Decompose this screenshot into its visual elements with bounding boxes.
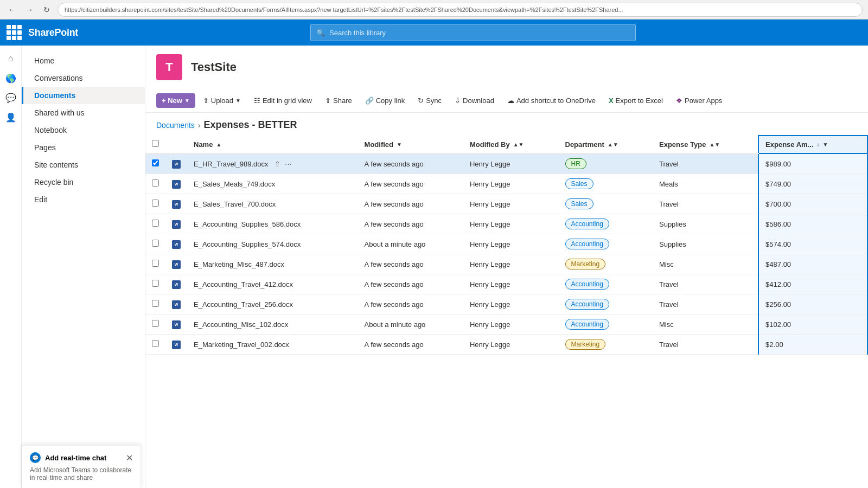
- back-button[interactable]: ←: [5, 3, 18, 16]
- row-name-cell[interactable]: E_HR_Travel_989.docx ⇧ ⋯: [187, 153, 358, 174]
- table-row[interactable]: W E_Accounting_Travel_256.docx A few sec…: [145, 294, 867, 314]
- new-button[interactable]: + New ▼: [156, 93, 195, 108]
- row-expamt-cell: $586.00: [758, 214, 867, 234]
- edit-grid-button[interactable]: ☷ Edit in grid view: [248, 93, 317, 108]
- person-icon-btn[interactable]: 👤: [2, 108, 20, 126]
- row-dept-cell: Accounting: [559, 294, 653, 314]
- globe-icon-btn[interactable]: 🌎: [2, 69, 20, 87]
- sidebar-item-pages[interactable]: Pages: [22, 139, 145, 156]
- row-expamt-cell: $256.00: [758, 294, 867, 314]
- waffle-dot: [7, 36, 11, 40]
- sidebar-item-shared[interactable]: Shared with us: [22, 104, 145, 121]
- row-name-cell[interactable]: E_Marketing_Misc_487.docx: [187, 254, 358, 274]
- col-expamt-header[interactable]: Expense Am... ↓ ▼: [758, 136, 867, 153]
- row-dept-cell: Marketing: [559, 335, 653, 355]
- row-name-cell[interactable]: E_Sales_Meals_749.docx: [187, 174, 358, 194]
- row-modified-cell: About a minute ago: [358, 314, 463, 335]
- table-row[interactable]: W E_Accounting_Supplies_586.docx A few s…: [145, 214, 867, 234]
- share-button[interactable]: ⇧ Share: [320, 93, 358, 108]
- col-name-header[interactable]: Name ▲: [187, 136, 358, 153]
- row-checkbox-cell: [145, 294, 165, 314]
- row-checkbox[interactable]: [152, 320, 159, 327]
- row-checkbox[interactable]: [152, 200, 159, 207]
- onedrive-icon: ☁: [507, 97, 514, 105]
- search-bar[interactable]: 🔍 Search this library: [310, 24, 636, 41]
- sidebar-item-edit[interactable]: Edit: [22, 191, 145, 208]
- sidebar-item-recycle[interactable]: Recycle bin: [22, 174, 145, 191]
- chat-description: Add Microsoft Teams to collaborate in re…: [30, 466, 133, 481]
- sidebar-item-documents[interactable]: Documents: [22, 87, 145, 104]
- table-row[interactable]: W E_Sales_Travel_700.docx A few seconds …: [145, 194, 867, 214]
- forward-button[interactable]: →: [23, 3, 36, 16]
- row-modifiedby-cell: Henry Legge: [463, 294, 559, 314]
- sidebar-item-notebook[interactable]: Notebook: [22, 121, 145, 139]
- chat-close-button[interactable]: ✕: [126, 453, 133, 463]
- breadcrumb-current: Expenses - BETTER: [203, 119, 297, 131]
- row-checkbox[interactable]: [152, 300, 159, 307]
- row-name-cell[interactable]: E_Accounting_Travel_256.docx: [187, 294, 358, 314]
- upload-button-label: Upload: [211, 97, 233, 105]
- table-row[interactable]: W E_Accounting_Supplies_574.docx About a…: [145, 234, 867, 254]
- row-name-cell[interactable]: E_Accounting_Supplies_574.docx: [187, 234, 358, 254]
- sort-icon: ▲▼: [709, 142, 720, 147]
- table-row[interactable]: W E_HR_Travel_989.docx ⇧ ⋯ A few seconds…: [145, 153, 867, 174]
- table-row[interactable]: W E_Marketing_Travel_002.docx A few seco…: [145, 335, 867, 355]
- waffle-menu[interactable]: [7, 25, 22, 40]
- copy-link-label: Copy link: [376, 97, 405, 105]
- row-checkbox[interactable]: [152, 220, 159, 227]
- sync-button[interactable]: ↻ Sync: [412, 93, 447, 108]
- sidebar-item-site-contents[interactable]: Site contents: [22, 156, 145, 174]
- table-row[interactable]: W E_Accounting_Travel_412.docx A few sec…: [145, 274, 867, 294]
- word-file-icon: W: [172, 320, 181, 329]
- table-row[interactable]: W E_Accounting_Misc_102.docx About a min…: [145, 314, 867, 335]
- row-checkbox[interactable]: [152, 159, 159, 166]
- copy-link-button[interactable]: 🔗 Copy link: [360, 93, 410, 108]
- select-all-checkbox[interactable]: [152, 140, 159, 147]
- col-dept-header[interactable]: Department ▲▼: [559, 136, 653, 153]
- sort-icon: ▲▼: [513, 142, 524, 147]
- sidebar-item-conversations[interactable]: Conversations: [22, 69, 145, 87]
- exptype-value: Misc: [659, 260, 674, 268]
- row-name-cell[interactable]: E_Accounting_Misc_102.docx: [187, 314, 358, 335]
- edit-grid-label: Edit in grid view: [263, 97, 312, 105]
- row-name-cell[interactable]: E_Marketing_Travel_002.docx: [187, 335, 358, 355]
- row-checkbox[interactable]: [152, 280, 159, 287]
- url-bar[interactable]: https://citizenbuilders.sharepoint.com/s…: [58, 3, 863, 17]
- add-shortcut-button[interactable]: ☁ Add shortcut to OneDrive: [502, 93, 601, 108]
- power-apps-button[interactable]: ❖ Power Apps: [671, 93, 727, 108]
- table-row[interactable]: W E_Marketing_Misc_487.docx A few second…: [145, 254, 867, 274]
- row-checkbox[interactable]: [152, 260, 159, 267]
- file-name: E_Sales_Meals_749.docx: [194, 180, 275, 188]
- breadcrumb-parent[interactable]: Documents: [156, 121, 195, 130]
- home-icon-btn[interactable]: ⌂: [2, 50, 20, 67]
- row-name-cell[interactable]: E_Sales_Travel_700.docx: [187, 194, 358, 214]
- col-modified-header[interactable]: Modified ▼: [358, 136, 463, 153]
- row-name-cell[interactable]: E_Accounting_Travel_412.docx: [187, 274, 358, 294]
- col-modifiedby-header[interactable]: Modified By ▲▼: [463, 136, 559, 153]
- row-checkbox[interactable]: [152, 179, 159, 187]
- sidebar-item-home[interactable]: Home: [22, 52, 145, 69]
- modifiedby-value: Henry Legge: [470, 320, 510, 329]
- row-checkbox[interactable]: [152, 340, 159, 347]
- download-button[interactable]: ⇩ Download: [449, 93, 500, 108]
- word-file-icon: W: [172, 220, 181, 229]
- chevron-down-icon: ▼: [184, 98, 190, 104]
- modified-value: A few seconds ago: [365, 200, 424, 208]
- table-row[interactable]: W E_Sales_Meals_749.docx A few seconds a…: [145, 174, 867, 194]
- modified-value: About a minute ago: [365, 240, 426, 248]
- row-modifiedby-cell: Henry Legge: [463, 194, 559, 214]
- sp-logo[interactable]: SharePoint: [28, 27, 78, 38]
- row-checkbox[interactable]: [152, 240, 159, 247]
- chat-icon-btn[interactable]: 💬: [2, 89, 20, 106]
- row-name-cell[interactable]: E_Accounting_Supplies_586.docx: [187, 214, 358, 234]
- export-excel-button[interactable]: X Export to Excel: [603, 93, 668, 108]
- more-options-icon[interactable]: ⋯: [285, 160, 292, 168]
- download-icon: ⇩: [455, 97, 461, 105]
- col-exptype-header[interactable]: Expense Type ▲▼: [653, 136, 758, 153]
- upload-button[interactable]: ⇧ Upload ▼: [197, 93, 246, 108]
- refresh-button[interactable]: ↻: [40, 3, 53, 16]
- waffle-dot: [12, 30, 16, 35]
- col-checkbox-header[interactable]: [145, 136, 165, 153]
- teams-icon: 💬: [30, 452, 41, 463]
- share-row-icon[interactable]: ⇧: [275, 160, 280, 168]
